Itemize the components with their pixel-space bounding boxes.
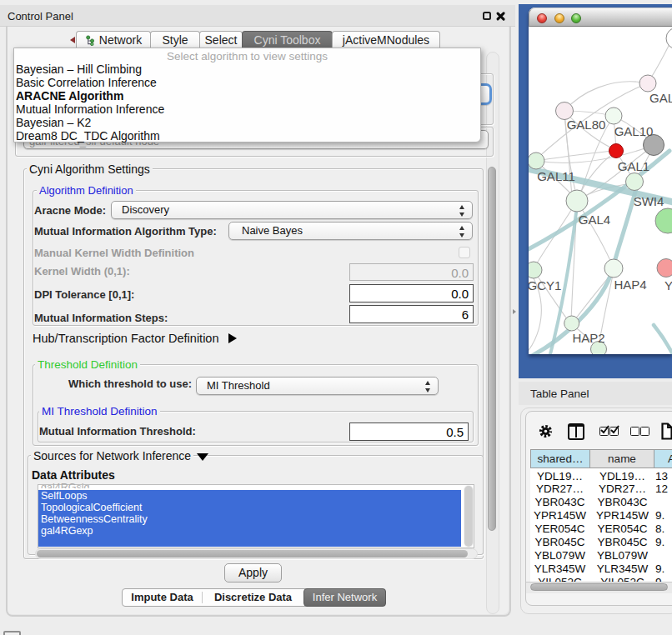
svg-text:HAP4: HAP4 bbox=[614, 278, 646, 292]
svg-text:HAP2: HAP2 bbox=[572, 331, 604, 345]
svg-text:GAL7: GAL7 bbox=[649, 91, 672, 105]
svg-text:GAL4: GAL4 bbox=[579, 212, 610, 227]
svg-text:GAL10: GAL10 bbox=[614, 124, 654, 138]
svg-text:Y: Y bbox=[664, 278, 672, 292]
svg-text:GCY1: GCY1 bbox=[529, 278, 561, 292]
svg-text:GAL1: GAL1 bbox=[618, 159, 649, 173]
svg-text:GAL80: GAL80 bbox=[567, 118, 606, 132]
svg-text:SWI4: SWI4 bbox=[634, 194, 664, 208]
svg-text:GAL11: GAL11 bbox=[537, 169, 575, 183]
